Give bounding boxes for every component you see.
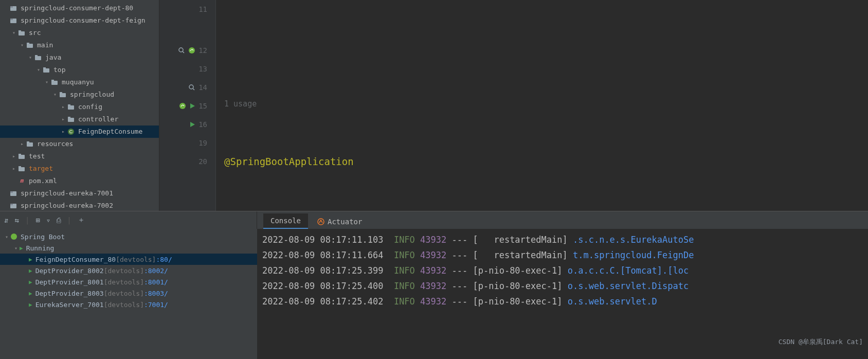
console-line: 2022-08-09 08:17:11.103 INFO 43932 --- [… [262, 232, 863, 247]
tree-label: springcloud-consumer-dept-80 [21, 3, 133, 13]
collapse-all-icon[interactable]: ⇆ [14, 216, 19, 224]
tree-node-resources[interactable]: ▸resources [0, 138, 159, 150]
svg-rect-16 [68, 105, 74, 110]
services-group-running[interactable]: ▾ ▶ Running [0, 242, 257, 254]
tree-label: pom.xml [29, 176, 57, 186]
gutter-run-icon[interactable] [189, 121, 195, 128]
run-config-port[interactable]: :7001/ [144, 301, 168, 309]
folder-icon [17, 152, 26, 160]
folder-icon [17, 165, 26, 173]
watermark: CSDN @牟泉禹[Dark Cat] [779, 337, 863, 347]
tree-node-top[interactable]: ▾top [0, 64, 159, 76]
play-icon: ▶ [29, 256, 32, 263]
folder-icon [26, 140, 34, 148]
project-tool-window[interactable]: springcloud-consumer-dept-80springcloud-… [0, 0, 159, 211]
tree-node-java[interactable]: ▾java [0, 51, 159, 64]
gutter-spring-icon[interactable] [179, 102, 186, 110]
run-config-name: DeptProvider_8002 [35, 267, 104, 275]
editor-code[interactable]: 1 usage @SpringBootApplication @EnableEu… [216, 0, 868, 211]
chevron-icon[interactable]: ▾ [10, 28, 17, 38]
svg-point-34 [179, 48, 183, 52]
tree-node-springcloud-consumer-dept-feign[interactable]: springcloud-consumer-dept-feign [0, 14, 159, 27]
run-config-deptprovider_8003[interactable]: ▶DeptProvider_8003 [devtools] :8003/ [0, 288, 257, 299]
chevron-icon[interactable]: ▾ [35, 65, 42, 75]
svg-point-41 [11, 234, 17, 240]
tree-node-springcloud-eureka-7001[interactable]: springcloud-eureka-7001 [0, 187, 159, 200]
play-icon: ▶ [20, 245, 23, 252]
gutter-search-icon[interactable] [188, 84, 195, 91]
svg-point-36 [189, 47, 195, 53]
svg-rect-6 [27, 44, 33, 48]
code-editor[interactable]: 1112131415161920 1 usage @SpringBootAppl… [159, 0, 868, 211]
tree-label: FeignDeptConsume [78, 127, 142, 137]
line-number: 16 [198, 115, 207, 134]
run-config-port[interactable]: :8001/ [144, 278, 168, 286]
tree-label: test [29, 151, 45, 161]
tree-label: springcloud-eureka-7001 [21, 188, 113, 199]
line-number: 19 [198, 134, 207, 152]
tree-node-target[interactable]: ▸target [0, 163, 159, 175]
chevron-icon[interactable]: ▸ [60, 114, 67, 124]
line-number: 20 [198, 152, 207, 171]
tree-label: target [29, 164, 53, 174]
tree-node-muquanyu[interactable]: ▾muquanyu [0, 76, 159, 88]
svg-rect-27 [19, 166, 21, 168]
run-config-name: EurekaServer_7001 [35, 301, 104, 309]
run-config-deptprovider_8001[interactable]: ▶DeptProvider_8001 [devtools] :8001/ [0, 276, 257, 288]
chevron-icon[interactable]: ▾ [43, 77, 50, 87]
console-line: 2022-08-09 08:17:25.400 INFO 43932 --- [… [262, 278, 863, 294]
tab-actuator[interactable]: Actuator [310, 214, 369, 229]
chevron-icon[interactable]: ▸ [10, 164, 17, 174]
svg-rect-8 [35, 56, 41, 60]
chevron-icon[interactable]: ▸ [60, 102, 67, 112]
run-config-name: DeptProvider_8003 [35, 290, 104, 297]
run-config-tag: [devtools] [116, 256, 156, 263]
services-toolbar[interactable]: ⇵ ⇆ | ⊞ ▿ ⎙ | ＋ [0, 211, 257, 229]
layout-icon[interactable]: ⎙ [57, 216, 61, 224]
add-icon[interactable]: ＋ [78, 216, 85, 225]
tree-node-pom-xml[interactable]: mpom.xml [0, 175, 159, 187]
console-line: 2022-08-09 08:17:11.664 INFO 43932 --- [… [262, 247, 863, 263]
run-config-deptprovider_8002[interactable]: ▶DeptProvider_8002 [devtools] :8002/ [0, 265, 257, 276]
line-number: 14 [198, 78, 207, 97]
run-config-eurekaserver_7001[interactable]: ▶EurekaServer_7001 [devtools] :7001/ [0, 299, 257, 310]
tree-node-test[interactable]: ▸test [0, 150, 159, 163]
chevron-icon[interactable]: ▸ [10, 151, 17, 161]
gutter-search-icon[interactable] [178, 47, 185, 54]
tree-node-main[interactable]: ▾main [0, 39, 159, 51]
gutter-spring-icon[interactable] [188, 47, 195, 54]
chevron-icon[interactable]: ▾ [19, 40, 26, 50]
tree-node-springcloud-consumer-dept-80[interactable]: springcloud-consumer-dept-80 [0, 2, 159, 14]
tree-node-config[interactable]: ▸config [0, 101, 159, 113]
filter-icon[interactable]: ▿ [46, 216, 50, 224]
run-config-port[interactable]: :8003/ [144, 290, 168, 297]
tree-label: main [37, 40, 53, 50]
module-icon [9, 202, 17, 210]
run-config-port[interactable]: :8002/ [144, 267, 168, 275]
group-icon[interactable]: ⊞ [35, 216, 40, 224]
tree-node-springcloud-eureka-7002[interactable]: springcloud-eureka-7002 [0, 200, 159, 211]
expand-all-icon[interactable]: ⇵ [4, 216, 8, 224]
tree-node-feigndeptconsume[interactable]: ▸CFeignDeptConsume [0, 125, 159, 138]
tree-label: muquanyu [62, 77, 94, 87]
chevron-icon[interactable]: ▸ [60, 127, 67, 137]
tree-node-src[interactable]: ▾src [0, 27, 159, 39]
console-line: 2022-08-09 08:17:25.402 INFO 43932 --- [… [262, 294, 863, 309]
chevron-icon[interactable]: ▾ [51, 89, 59, 100]
gutter-run-icon[interactable] [189, 103, 195, 109]
console-line: 2022-08-09 08:17:25.399 INFO 43932 --- [… [262, 263, 863, 278]
tree-label: springcloud [70, 89, 114, 100]
tree-node-springcloud[interactable]: ▾springcloud [0, 88, 159, 101]
run-config-feigndeptconsumer_80[interactable]: ▶FeignDeptConsumer_80 [devtools] :80/ [0, 254, 257, 265]
chevron-icon[interactable]: ▾ [27, 52, 34, 63]
services-tool-window[interactable]: ▾ Spring Boot ▾ ▶ Running ▶FeignDeptCons… [0, 229, 257, 359]
pom-icon: m [17, 177, 26, 185]
tree-node-controller[interactable]: ▸controller [0, 113, 159, 125]
svg-rect-23 [27, 141, 29, 143]
chevron-icon[interactable]: ▸ [19, 139, 26, 149]
tab-console[interactable]: Console [263, 213, 308, 229]
console-output[interactable]: 2022-08-09 08:17:11.103 INFO 43932 --- [… [257, 229, 868, 359]
module-icon [9, 16, 17, 25]
services-root[interactable]: ▾ Spring Boot [0, 231, 257, 242]
run-config-port[interactable]: :80/ [156, 256, 172, 263]
